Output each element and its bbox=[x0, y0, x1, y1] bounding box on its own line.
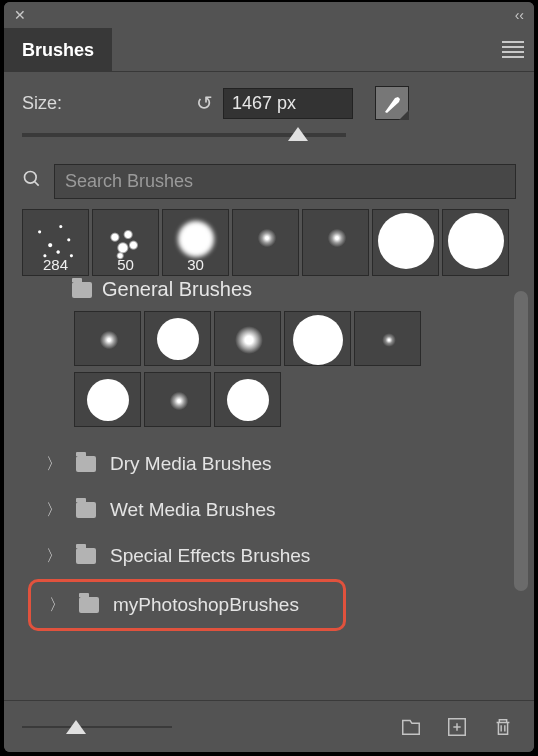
slider-handle-icon[interactable] bbox=[288, 127, 308, 141]
tab-brushes[interactable]: Brushes bbox=[4, 28, 112, 72]
general-brushes-section: General Brushes bbox=[22, 276, 516, 427]
reset-size-icon[interactable]: ↺ bbox=[196, 91, 213, 115]
folder-header-general[interactable]: General Brushes bbox=[22, 276, 516, 307]
size-input[interactable] bbox=[223, 88, 353, 119]
folder-label: Wet Media Brushes bbox=[110, 499, 275, 521]
search-icon[interactable] bbox=[22, 169, 42, 194]
folder-icon bbox=[76, 502, 96, 518]
folder-icon bbox=[76, 548, 96, 564]
search-input[interactable] bbox=[54, 164, 516, 199]
chevron-right-icon: 〉 bbox=[46, 546, 62, 567]
folder-icon bbox=[76, 456, 96, 472]
folder-icon bbox=[72, 282, 92, 298]
brush-thumb[interactable] bbox=[302, 209, 369, 276]
folder-label: Special Effects Brushes bbox=[110, 545, 310, 567]
chevron-right-icon: 〉 bbox=[49, 595, 65, 616]
brush-thumb[interactable]: 284 bbox=[22, 209, 89, 276]
brush-thumb[interactable] bbox=[144, 311, 211, 366]
delete-brush-icon[interactable] bbox=[490, 714, 516, 740]
brush-preview-swatch[interactable] bbox=[375, 86, 409, 120]
brush-thumb[interactable] bbox=[442, 209, 509, 276]
brush-thumb[interactable] bbox=[372, 209, 439, 276]
search-row bbox=[4, 156, 534, 207]
chevron-right-icon: 〉 bbox=[46, 454, 62, 475]
svg-line-1 bbox=[35, 182, 39, 186]
brush-thumb[interactable] bbox=[232, 209, 299, 276]
brush-list-area: 284 50 30 General Brushes bbox=[4, 207, 534, 700]
size-row: Size: ↺ bbox=[4, 72, 534, 126]
folder-special-effects[interactable]: 〉 Special Effects Brushes bbox=[22, 533, 516, 579]
collapse-icon[interactable]: ‹‹ bbox=[515, 7, 524, 23]
slider-handle-icon[interactable] bbox=[66, 720, 86, 734]
brush-thumb[interactable] bbox=[214, 311, 281, 366]
brush-thumb[interactable]: 50 bbox=[92, 209, 159, 276]
panel-menu-icon[interactable] bbox=[502, 41, 524, 58]
brush-thumb[interactable] bbox=[214, 372, 281, 427]
size-slider[interactable] bbox=[4, 126, 534, 156]
general-brushes-grid bbox=[22, 311, 516, 427]
brush-thumb[interactable]: 30 bbox=[162, 209, 229, 276]
brush-thumb[interactable] bbox=[144, 372, 211, 427]
brush-thumbstrip: 284 50 30 bbox=[22, 209, 516, 276]
folder-label: myPhotoshopBrushes bbox=[113, 594, 299, 616]
brush-thumb[interactable] bbox=[74, 372, 141, 427]
tab-bar: Brushes bbox=[4, 28, 534, 72]
folder-myphotoshopbrushes[interactable]: 〉 myPhotoshopBrushes bbox=[28, 579, 346, 631]
svg-point-0 bbox=[25, 172, 37, 184]
scrollbar[interactable] bbox=[514, 291, 528, 637]
panel-titlebar: ✕ ‹‹ bbox=[4, 2, 534, 28]
new-brush-icon[interactable] bbox=[444, 714, 470, 740]
brush-thumb[interactable] bbox=[284, 311, 351, 366]
folder-icon bbox=[79, 597, 99, 613]
brush-thumb[interactable] bbox=[354, 311, 421, 366]
tab-filler bbox=[112, 28, 534, 72]
folder-wet-media[interactable]: 〉 Wet Media Brushes bbox=[22, 487, 516, 533]
close-icon[interactable]: ✕ bbox=[14, 7, 26, 23]
chevron-right-icon: 〉 bbox=[46, 500, 62, 521]
save-as-preset-icon[interactable] bbox=[398, 714, 424, 740]
panel-footer bbox=[4, 700, 534, 752]
folder-dry-media[interactable]: 〉 Dry Media Brushes bbox=[22, 441, 516, 487]
folder-label: General Brushes bbox=[102, 278, 252, 301]
brushes-panel: ✕ ‹‹ Brushes Size: ↺ bbox=[4, 2, 534, 752]
scrollbar-thumb[interactable] bbox=[514, 291, 528, 591]
thumbnail-size-slider[interactable] bbox=[22, 718, 172, 736]
size-label: Size: bbox=[22, 93, 182, 114]
folder-label: Dry Media Brushes bbox=[110, 453, 272, 475]
brush-thumb[interactable] bbox=[74, 311, 141, 366]
tab-label: Brushes bbox=[22, 40, 94, 61]
